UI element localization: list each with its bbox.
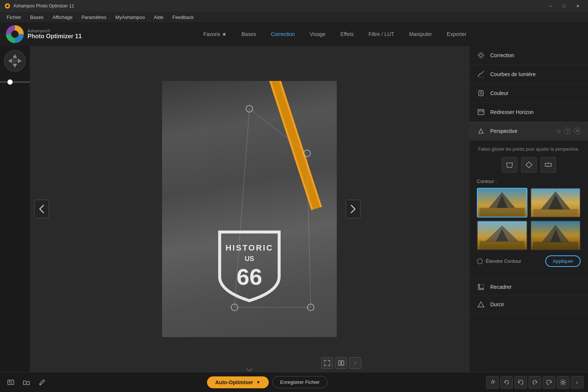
- contour-grid: [477, 188, 581, 250]
- svg-point-61: [10, 381, 12, 383]
- svg-line-78: [565, 383, 565, 384]
- shape-trapezoid-btn[interactable]: [502, 157, 517, 173]
- panel-item-correction[interactable]: Correction: [469, 46, 588, 65]
- toolbar-settings-btn[interactable]: [557, 376, 569, 389]
- panel-item-courbes[interactable]: Courbes de lumière: [469, 65, 588, 84]
- menu-bases[interactable]: Bases: [26, 13, 47, 22]
- menu-aide[interactable]: Aide: [150, 13, 167, 22]
- contour-thumb-1[interactable]: [477, 188, 527, 218]
- etendre-row: Étendre Contour Appliquer: [477, 255, 581, 267]
- svg-marker-37: [526, 162, 532, 168]
- photo-bg: HISTORIC US 66: [162, 81, 337, 337]
- shape-diamond-btn[interactable]: [521, 157, 537, 173]
- maximize-button[interactable]: □: [558, 2, 570, 10]
- perspective-star-btn[interactable]: ☆: [556, 128, 561, 135]
- undo-all-icon: [517, 379, 524, 386]
- contour-thumb-4[interactable]: [530, 220, 581, 250]
- tab-exporter[interactable]: Exporter: [441, 29, 472, 39]
- svg-rect-56: [533, 242, 578, 249]
- etendre-radio[interactable]: [477, 258, 483, 264]
- svg-marker-36: [507, 163, 513, 167]
- toolbar-more-btn[interactable]: ›: [571, 376, 584, 389]
- tab-favoris[interactable]: Favoris ★: [197, 29, 233, 39]
- canvas-split-btn[interactable]: [335, 357, 347, 369]
- perspective-hint: Faites glisser les points pour ajuster l…: [477, 147, 581, 152]
- etendre-label: Étendre Contour: [486, 258, 521, 264]
- expand-down-icon: [245, 368, 254, 372]
- redo-all-icon: [546, 379, 552, 386]
- crop-icon: [477, 283, 485, 291]
- svg-point-32: [480, 93, 482, 94]
- settings-icon: [560, 379, 566, 386]
- svg-marker-35: [479, 129, 483, 133]
- canvas-area: HISTORIC US 66: [30, 46, 469, 372]
- header: Ashampoo® Photo Optimizer 11 Favoris ★ B…: [0, 22, 588, 46]
- panel-item-perspective[interactable]: Perspective ☆ ? ✕: [469, 122, 588, 141]
- svg-marker-59: [478, 302, 484, 307]
- close-button[interactable]: ✕: [572, 2, 584, 10]
- svg-point-1: [6, 5, 9, 7]
- minimize-button[interactable]: ─: [545, 2, 557, 10]
- menu-fichier[interactable]: Fichier: [3, 13, 25, 22]
- couleur-icon: [477, 89, 485, 97]
- toolbar-undo-btn[interactable]: [500, 376, 513, 389]
- perspective-help-btn[interactable]: ?: [564, 128, 571, 134]
- toolbar-brush-btn[interactable]: [36, 376, 48, 389]
- perspective-close-btn[interactable]: ✕: [574, 128, 581, 134]
- nav-prev-button[interactable]: [34, 200, 49, 218]
- svg-rect-52: [479, 241, 524, 249]
- tab-filtre-lut[interactable]: Filtre / LUT: [362, 29, 400, 39]
- zoom-slider[interactable]: [0, 81, 32, 83]
- toolbar-magic-btn[interactable]: [486, 376, 499, 389]
- svg-line-80: [561, 383, 562, 384]
- panel-item-recadrer[interactable]: Recadrer: [469, 278, 588, 296]
- canvas-extra-btn[interactable]: ›: [349, 357, 361, 369]
- auto-optimiser-dropdown-arrow: ▼: [256, 380, 261, 385]
- logo-text: Ashampoo® Photo Optimizer 11: [28, 29, 82, 40]
- toolbar-add-btn[interactable]: [4, 376, 17, 389]
- toolbar-redo-btn[interactable]: [529, 376, 541, 389]
- nav-arrow-pad[interactable]: [4, 50, 26, 72]
- contour-thumb-2-inner: [531, 189, 580, 217]
- tab-correction[interactable]: Correction: [265, 29, 301, 39]
- menu-parametres[interactable]: Paramètres: [78, 13, 110, 22]
- tab-manipuler[interactable]: Manipuler: [403, 29, 438, 39]
- route-photo: HISTORIC US 66: [162, 81, 337, 337]
- zoom-thumb[interactable]: [7, 79, 13, 85]
- svg-line-79: [565, 380, 565, 381]
- tab-effets[interactable]: Effets: [335, 29, 360, 39]
- canvas-shrink-btn[interactable]: [321, 357, 333, 369]
- contour-thumb-3[interactable]: [477, 220, 527, 250]
- magic-wand-icon: [489, 379, 496, 386]
- toolbar-undo-all-btn[interactable]: [514, 376, 527, 389]
- svg-rect-60: [8, 380, 14, 385]
- enregistrer-button[interactable]: Enregistrer Fichier: [272, 376, 327, 388]
- toolbar-folder-btn[interactable]: [20, 376, 33, 389]
- photo-container: HISTORIC US 66: [162, 81, 337, 337]
- auto-optimiser-button[interactable]: Auto-Optimiser ▼: [207, 376, 269, 388]
- svg-point-72: [562, 381, 564, 383]
- menu-feedback[interactable]: Feedback: [169, 13, 197, 22]
- menu-affichage[interactable]: Affichage: [49, 13, 76, 22]
- contour-thumb-2[interactable]: [530, 188, 581, 218]
- extra-btn-label: ›: [355, 360, 356, 366]
- menu-myashampoo[interactable]: MyAshampoo: [112, 13, 148, 22]
- tab-visage[interactable]: Visage: [304, 29, 332, 39]
- svg-rect-48: [533, 209, 578, 217]
- svg-rect-44: [479, 208, 524, 217]
- nav-next-button[interactable]: [346, 200, 361, 218]
- toolbar-redo-all-btn[interactable]: [543, 376, 555, 389]
- appliquer-button[interactable]: Appliquer: [545, 255, 581, 267]
- panel-item-couleur[interactable]: Couleur: [469, 84, 588, 103]
- panel-item-redresser[interactable]: Redresser Horizon: [469, 103, 588, 122]
- svg-point-21: [479, 54, 482, 57]
- undo-icon: [503, 379, 510, 386]
- split-view-icon: [338, 360, 344, 366]
- horizon-icon: [477, 108, 485, 116]
- add-photo-icon: [7, 379, 14, 386]
- shape-rect-btn[interactable]: [540, 157, 556, 173]
- panel-item-durcir[interactable]: Durcir: [469, 296, 588, 313]
- tab-bases[interactable]: Bases: [236, 29, 262, 39]
- perspective-header-actions: ☆ ? ✕: [556, 128, 581, 135]
- title-bar-controls: ─ □ ✕: [545, 2, 584, 10]
